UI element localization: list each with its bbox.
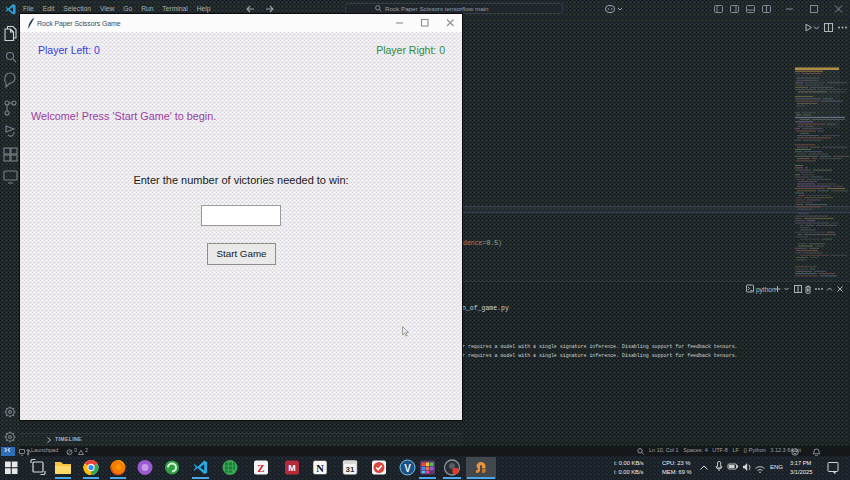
svg-text:M: M: [288, 463, 296, 473]
svg-text:python: python: [756, 286, 776, 294]
svg-text:N: N: [316, 463, 324, 474]
svg-text:31: 31: [346, 465, 355, 474]
svg-text:Z: Z: [257, 462, 264, 474]
svg-text:V: V: [404, 463, 411, 474]
